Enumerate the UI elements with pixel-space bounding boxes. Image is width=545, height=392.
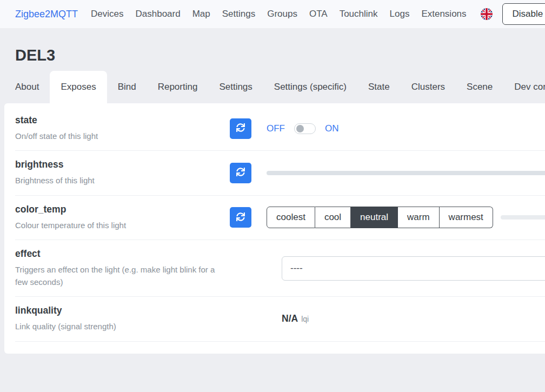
effect-select[interactable]: ---- [282, 256, 545, 281]
linkquality-unit: lqi [301, 315, 309, 323]
tab-state[interactable]: State [357, 71, 401, 103]
expose-description: On/off state of this light [15, 130, 221, 142]
color-temp-control: coolest cool neutral warm warmest [267, 207, 545, 228]
expose-description: Brightness of this light [15, 174, 221, 187]
refresh-color-temp-button[interactable] [230, 207, 251, 228]
toggle-knob [296, 125, 304, 132]
preset-cool-button[interactable]: cool [315, 207, 351, 228]
linkquality-control: N/A lqi [282, 313, 545, 324]
tab-bind[interactable]: Bind [107, 71, 147, 103]
refresh-brightness-button[interactable] [230, 163, 251, 183]
expose-info: linkquality Link quality (signal strengt… [15, 305, 230, 333]
preset-coolest-button[interactable]: coolest [267, 207, 315, 228]
brightness-slider[interactable] [267, 171, 545, 175]
state-toggle[interactable] [294, 123, 316, 134]
tab-reporting[interactable]: Reporting [147, 71, 209, 103]
permit-join-button[interactable]: Disable join [502, 3, 545, 25]
expose-description: Link quality (signal strength) [15, 320, 221, 333]
expose-row-linkquality: linkquality Link quality (signal strengt… [15, 297, 545, 341]
state-off-label[interactable]: OFF [267, 123, 285, 134]
preset-warmest-button[interactable]: warmest [440, 207, 493, 228]
sync-icon [236, 212, 245, 223]
refresh-state-button[interactable] [230, 118, 251, 139]
state-on-label[interactable]: ON [325, 123, 339, 134]
expose-row-color-temp: color_temp Colour temperature of this li… [15, 196, 545, 240]
device-tabs: About Exposes Bind Reporting Settings Se… [4, 71, 545, 103]
nav-item-settings[interactable]: Settings [222, 9, 255, 19]
tab-scene[interactable]: Scene [456, 71, 503, 103]
expose-name: effect [15, 248, 221, 260]
nav-item-extensions[interactable]: Extensions [421, 9, 466, 19]
brightness-control [267, 171, 545, 175]
expose-info: effect Triggers an effect on the light (… [15, 248, 230, 289]
brand-link[interactable]: Zigbee2MQTT [15, 9, 78, 20]
preset-neutral-button[interactable]: neutral [351, 207, 398, 228]
color-temp-preset-group: coolest cool neutral warm warmest [267, 207, 493, 228]
expose-description: Colour temperature of this light [15, 219, 221, 231]
nav-item-touchlink[interactable]: Touchlink [340, 9, 378, 19]
tab-settings[interactable]: Settings [208, 71, 263, 103]
tab-dev-console[interactable]: Dev console [503, 71, 545, 103]
expose-row-brightness: brightness Brightness of this light [15, 151, 545, 195]
expose-info: brightness Brightness of this light [15, 159, 230, 187]
navbar: Zigbee2MQTT Devices Dashboard Map Settin… [0, 0, 545, 28]
preset-warm-button[interactable]: warm [398, 207, 440, 228]
expose-row-effect: effect Triggers an effect on the light (… [15, 240, 545, 297]
tab-clusters[interactable]: Clusters [401, 71, 456, 103]
page-title: DEL3 [15, 46, 545, 64]
state-control: OFF ON [267, 123, 545, 134]
nav-item-ota[interactable]: OTA [309, 9, 328, 19]
expose-name: brightness [15, 159, 221, 170]
uk-flag-icon[interactable] [481, 8, 493, 20]
expose-description: Triggers an effect on the light (e.g. ma… [15, 263, 221, 289]
expose-info: state On/off state of this light [15, 115, 230, 142]
exposes-card: state On/off state of this light OFF ON … [4, 103, 545, 354]
expose-name: linkquality [15, 305, 221, 316]
expose-name: state [15, 115, 221, 126]
nav-item-devices[interactable]: Devices [91, 9, 123, 19]
color-temp-slider[interactable] [501, 215, 545, 220]
sync-icon [236, 123, 245, 134]
expose-row-state: state On/off state of this light OFF ON [15, 107, 545, 151]
nav-item-logs[interactable]: Logs [390, 9, 410, 19]
expose-name: color_temp [15, 204, 221, 215]
tab-about[interactable]: About [4, 71, 50, 103]
nav-item-groups[interactable]: Groups [267, 9, 297, 19]
tab-settings-specific[interactable]: Settings (specific) [263, 71, 357, 103]
tab-exposes[interactable]: Exposes [50, 71, 107, 103]
linkquality-value: N/A [282, 313, 298, 324]
effect-control: ---- [282, 256, 545, 281]
expose-info: color_temp Colour temperature of this li… [15, 204, 230, 231]
sync-icon [236, 168, 245, 178]
nav-item-map[interactable]: Map [192, 9, 210, 19]
nav-item-dashboard[interactable]: Dashboard [136, 9, 181, 19]
